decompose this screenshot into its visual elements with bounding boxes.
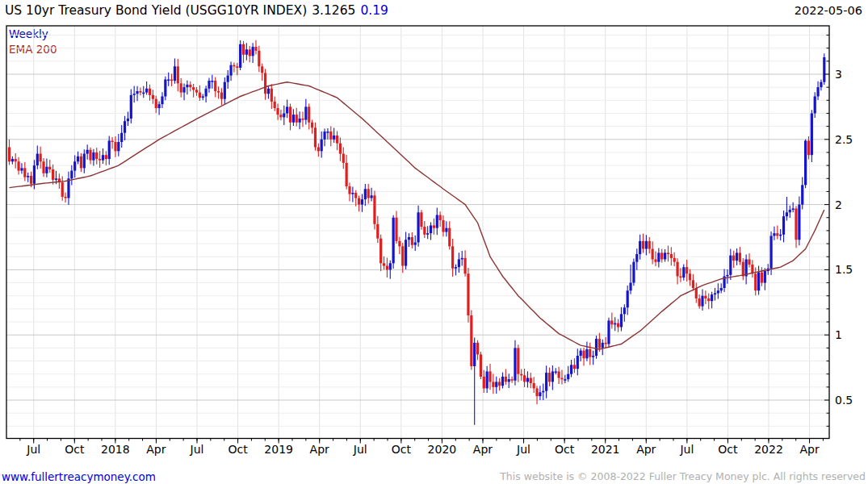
svg-text:Apr: Apr — [473, 443, 493, 456]
svg-text:Oct: Oct — [65, 443, 85, 456]
svg-text:Apr: Apr — [636, 443, 656, 456]
svg-text:2018: 2018 — [101, 443, 130, 456]
y-axis: 0.511.522.53 — [824, 35, 853, 427]
svg-text:0.5: 0.5 — [835, 394, 853, 407]
svg-text:1: 1 — [835, 328, 842, 341]
svg-text:1.5: 1.5 — [835, 263, 853, 276]
svg-text:2: 2 — [835, 198, 842, 211]
svg-text:2021: 2021 — [591, 443, 620, 456]
svg-text:2.5: 2.5 — [835, 133, 853, 146]
svg-text:Oct: Oct — [555, 443, 575, 456]
svg-text:Apr: Apr — [310, 443, 329, 456]
svg-text:2022: 2022 — [754, 443, 783, 456]
svg-text:Jul: Jul — [516, 443, 530, 456]
svg-text:Jul: Jul — [353, 443, 367, 456]
svg-text:Apr: Apr — [799, 443, 819, 456]
svg-text:Jul: Jul — [679, 443, 694, 456]
svg-text:2019: 2019 — [264, 443, 293, 456]
svg-text:3: 3 — [835, 68, 842, 81]
price-chart: 0.511.522.53JulOct2018AprJulOct2019AprJu… — [0, 0, 868, 484]
svg-text:2020: 2020 — [428, 443, 457, 456]
copyright-text: This website is © 2008-2022 Fuller Treac… — [500, 470, 866, 482]
x-axis: JulOct2018AprJulOct2019AprJulOct2020AprJ… — [20, 439, 824, 457]
svg-text:Oct: Oct — [718, 443, 738, 456]
svg-text:Jul: Jul — [26, 443, 40, 456]
chart-page: US 10yr Treasury Bond Yield (USGG10YR IN… — [0, 0, 868, 484]
svg-text:Apr: Apr — [146, 443, 166, 456]
svg-text:Jul: Jul — [190, 443, 204, 456]
svg-text:Oct: Oct — [228, 443, 248, 456]
candles-layer — [8, 40, 826, 425]
svg-text:Oct: Oct — [392, 443, 412, 456]
site-link[interactable]: www.fullertreacymoney.com — [2, 470, 156, 483]
